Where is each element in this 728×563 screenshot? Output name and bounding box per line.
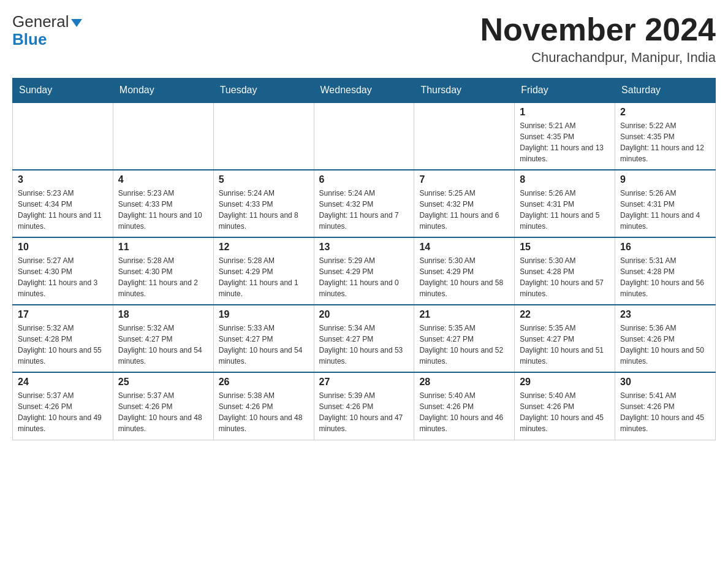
day-info: Sunrise: 5:29 AMSunset: 4:29 PMDaylight:…	[319, 255, 409, 299]
day-info: Sunrise: 5:36 AMSunset: 4:26 PMDaylight:…	[620, 323, 710, 367]
day-info: Sunrise: 5:24 AMSunset: 4:32 PMDaylight:…	[319, 188, 409, 232]
day-number: 28	[419, 377, 509, 388]
day-number: 13	[319, 242, 409, 253]
day-number: 6	[319, 174, 409, 185]
day-info: Sunrise: 5:24 AMSunset: 4:33 PMDaylight:…	[219, 188, 309, 232]
day-info: Sunrise: 5:37 AMSunset: 4:26 PMDaylight:…	[18, 390, 108, 434]
location-subtitle: Churachandpur, Manipur, India	[480, 50, 716, 66]
day-info: Sunrise: 5:23 AMSunset: 4:34 PMDaylight:…	[18, 188, 108, 232]
table-row: 19Sunrise: 5:33 AMSunset: 4:27 PMDayligh…	[213, 305, 314, 372]
table-row: 10Sunrise: 5:27 AMSunset: 4:30 PMDayligh…	[13, 237, 113, 305]
table-row: 12Sunrise: 5:28 AMSunset: 4:29 PMDayligh…	[213, 237, 314, 305]
day-number: 8	[520, 174, 610, 185]
table-row: 4Sunrise: 5:23 AMSunset: 4:33 PMDaylight…	[113, 170, 213, 237]
day-info: Sunrise: 5:40 AMSunset: 4:26 PMDaylight:…	[520, 390, 610, 434]
day-info: Sunrise: 5:32 AMSunset: 4:28 PMDaylight:…	[18, 323, 108, 367]
logo-line1: General	[12, 12, 82, 31]
col-sunday: Sunday	[13, 79, 113, 103]
table-row: 30Sunrise: 5:41 AMSunset: 4:26 PMDayligh…	[615, 372, 716, 440]
table-row: 29Sunrise: 5:40 AMSunset: 4:26 PMDayligh…	[515, 372, 615, 440]
logo-line2: Blue	[12, 30, 47, 49]
table-row	[213, 102, 314, 170]
calendar-table: Sunday Monday Tuesday Wednesday Thursday…	[12, 78, 716, 440]
table-row: 8Sunrise: 5:26 AMSunset: 4:31 PMDaylight…	[515, 170, 615, 237]
table-row: 17Sunrise: 5:32 AMSunset: 4:28 PMDayligh…	[13, 305, 113, 372]
table-row: 13Sunrise: 5:29 AMSunset: 4:29 PMDayligh…	[314, 237, 414, 305]
day-info: Sunrise: 5:32 AMSunset: 4:27 PMDaylight:…	[118, 323, 208, 367]
week-row: 3Sunrise: 5:23 AMSunset: 4:34 PMDaylight…	[13, 170, 716, 237]
table-row: 22Sunrise: 5:35 AMSunset: 4:27 PMDayligh…	[515, 305, 615, 372]
day-number: 14	[419, 242, 509, 253]
title-area: November 2024 Churachandpur, Manipur, In…	[480, 12, 716, 66]
day-number: 25	[118, 377, 208, 388]
table-row: 7Sunrise: 5:25 AMSunset: 4:32 PMDaylight…	[414, 170, 515, 237]
day-info: Sunrise: 5:37 AMSunset: 4:26 PMDaylight:…	[118, 390, 208, 434]
col-saturday: Saturday	[615, 79, 716, 103]
table-row: 1Sunrise: 5:21 AMSunset: 4:35 PMDaylight…	[515, 102, 615, 170]
table-row: 24Sunrise: 5:37 AMSunset: 4:26 PMDayligh…	[13, 372, 113, 440]
col-thursday: Thursday	[414, 79, 515, 103]
table-row: 14Sunrise: 5:30 AMSunset: 4:29 PMDayligh…	[414, 237, 515, 305]
table-row: 2Sunrise: 5:22 AMSunset: 4:35 PMDaylight…	[615, 102, 716, 170]
day-number: 23	[620, 309, 710, 320]
week-row: 24Sunrise: 5:37 AMSunset: 4:26 PMDayligh…	[13, 372, 716, 440]
day-info: Sunrise: 5:35 AMSunset: 4:27 PMDaylight:…	[520, 323, 610, 367]
day-info: Sunrise: 5:39 AMSunset: 4:26 PMDaylight:…	[319, 390, 409, 434]
table-row: 28Sunrise: 5:40 AMSunset: 4:26 PMDayligh…	[414, 372, 515, 440]
col-friday: Friday	[515, 79, 615, 103]
day-info: Sunrise: 5:26 AMSunset: 4:31 PMDaylight:…	[620, 188, 710, 232]
week-row: 17Sunrise: 5:32 AMSunset: 4:28 PMDayligh…	[13, 305, 716, 372]
day-info: Sunrise: 5:40 AMSunset: 4:26 PMDaylight:…	[419, 390, 509, 434]
col-monday: Monday	[113, 79, 213, 103]
day-info: Sunrise: 5:35 AMSunset: 4:27 PMDaylight:…	[419, 323, 509, 367]
page-header: General Blue November 2024 Churachandpur…	[12, 12, 716, 66]
day-number: 17	[18, 309, 108, 320]
table-row: 3Sunrise: 5:23 AMSunset: 4:34 PMDaylight…	[13, 170, 113, 237]
day-info: Sunrise: 5:26 AMSunset: 4:31 PMDaylight:…	[520, 188, 610, 232]
day-info: Sunrise: 5:21 AMSunset: 4:35 PMDaylight:…	[520, 120, 610, 164]
day-info: Sunrise: 5:23 AMSunset: 4:33 PMDaylight:…	[118, 188, 208, 232]
day-number: 24	[18, 377, 108, 388]
table-row: 26Sunrise: 5:38 AMSunset: 4:26 PMDayligh…	[213, 372, 314, 440]
table-row: 18Sunrise: 5:32 AMSunset: 4:27 PMDayligh…	[113, 305, 213, 372]
day-info: Sunrise: 5:30 AMSunset: 4:28 PMDaylight:…	[520, 255, 610, 299]
day-number: 7	[419, 174, 509, 185]
table-row: 5Sunrise: 5:24 AMSunset: 4:33 PMDaylight…	[213, 170, 314, 237]
day-info: Sunrise: 5:38 AMSunset: 4:26 PMDaylight:…	[219, 390, 309, 434]
day-info: Sunrise: 5:31 AMSunset: 4:28 PMDaylight:…	[620, 255, 710, 299]
day-number: 2	[620, 107, 710, 118]
day-info: Sunrise: 5:25 AMSunset: 4:32 PMDaylight:…	[419, 188, 509, 232]
day-info: Sunrise: 5:33 AMSunset: 4:27 PMDaylight:…	[219, 323, 309, 367]
day-number: 19	[219, 309, 309, 320]
col-wednesday: Wednesday	[314, 79, 414, 103]
table-row	[113, 102, 213, 170]
day-info: Sunrise: 5:28 AMSunset: 4:30 PMDaylight:…	[118, 255, 208, 299]
month-title: November 2024	[480, 12, 716, 47]
table-row: 21Sunrise: 5:35 AMSunset: 4:27 PMDayligh…	[414, 305, 515, 372]
day-number: 21	[419, 309, 509, 320]
table-row: 20Sunrise: 5:34 AMSunset: 4:27 PMDayligh…	[314, 305, 414, 372]
week-row: 10Sunrise: 5:27 AMSunset: 4:30 PMDayligh…	[13, 237, 716, 305]
day-number: 27	[319, 377, 409, 388]
day-number: 9	[620, 174, 710, 185]
table-row: 27Sunrise: 5:39 AMSunset: 4:26 PMDayligh…	[314, 372, 414, 440]
logo-triangle-icon	[71, 19, 82, 27]
day-number: 4	[118, 174, 208, 185]
table-row: 15Sunrise: 5:30 AMSunset: 4:28 PMDayligh…	[515, 237, 615, 305]
table-row: 25Sunrise: 5:37 AMSunset: 4:26 PMDayligh…	[113, 372, 213, 440]
day-number: 30	[620, 377, 710, 388]
day-number: 20	[319, 309, 409, 320]
week-row: 1Sunrise: 5:21 AMSunset: 4:35 PMDaylight…	[13, 102, 716, 170]
logo-general-text: General	[12, 12, 69, 31]
table-row: 11Sunrise: 5:28 AMSunset: 4:30 PMDayligh…	[113, 237, 213, 305]
day-info: Sunrise: 5:30 AMSunset: 4:29 PMDaylight:…	[419, 255, 509, 299]
day-number: 3	[18, 174, 108, 185]
header-row: Sunday Monday Tuesday Wednesday Thursday…	[13, 79, 716, 103]
day-info: Sunrise: 5:28 AMSunset: 4:29 PMDaylight:…	[219, 255, 309, 299]
day-info: Sunrise: 5:41 AMSunset: 4:26 PMDaylight:…	[620, 390, 710, 434]
table-row: 9Sunrise: 5:26 AMSunset: 4:31 PMDaylight…	[615, 170, 716, 237]
col-tuesday: Tuesday	[213, 79, 314, 103]
day-number: 11	[118, 242, 208, 253]
day-number: 18	[118, 309, 208, 320]
day-info: Sunrise: 5:27 AMSunset: 4:30 PMDaylight:…	[18, 255, 108, 299]
